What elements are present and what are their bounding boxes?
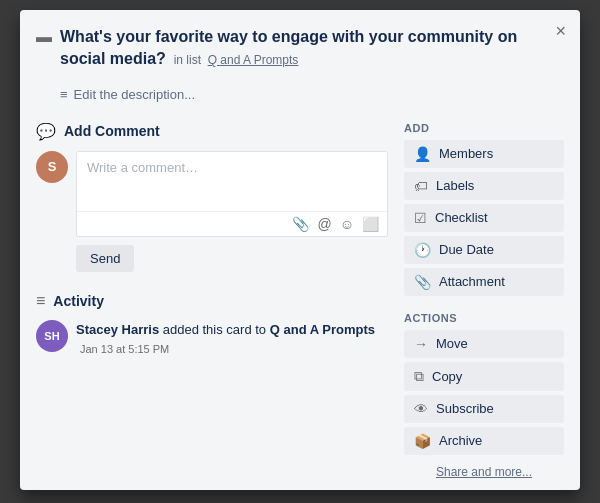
- activity-time: Jan 13 at 5:15 PM: [80, 343, 169, 355]
- comment-toolbar: 📎 @ ☺ ⬜: [77, 211, 387, 236]
- due-date-button[interactable]: 🕐 Due Date: [404, 236, 564, 264]
- comment-textarea[interactable]: [77, 152, 387, 208]
- actions-group: Actions → Move ⧉ Copy 👁 Subscribe 📦: [404, 312, 564, 479]
- left-column: 💬 Add Comment S 📎 @ ☺ ⬜: [36, 122, 388, 479]
- activity-action: added this card to: [163, 322, 266, 337]
- modal-header: ▬ What's your favorite way to engage wit…: [36, 26, 564, 71]
- comment-icon: 💬: [36, 122, 56, 141]
- activity-user-name: Stacey Harris: [76, 322, 159, 337]
- labels-icon: 🏷: [414, 178, 428, 194]
- members-icon: 👤: [414, 146, 431, 162]
- subscribe-label: Subscribe: [436, 401, 494, 416]
- activity-text: Stacey Harris added this card to Q and A…: [76, 320, 388, 359]
- comment-section: 💬 Add Comment S 📎 @ ☺ ⬜: [36, 122, 388, 272]
- due-date-icon: 🕐: [414, 242, 431, 258]
- move-icon: →: [414, 336, 428, 352]
- copy-icon: ⧉: [414, 368, 424, 385]
- image-toolbar-icon[interactable]: ⬜: [362, 216, 379, 232]
- activity-user-avatar: SH: [36, 320, 68, 352]
- checklist-button[interactable]: ☑ Checklist: [404, 204, 564, 232]
- activity-section-title: Activity: [53, 293, 104, 309]
- edit-description[interactable]: ≡ Edit the description...: [36, 83, 564, 106]
- subscribe-button[interactable]: 👁 Subscribe: [404, 395, 564, 423]
- share-link[interactable]: Share and more...: [404, 465, 564, 479]
- comment-section-title: Add Comment: [64, 123, 160, 139]
- send-button[interactable]: Send: [76, 245, 134, 272]
- checklist-label: Checklist: [435, 210, 488, 225]
- archive-icon: 📦: [414, 433, 431, 449]
- mention-toolbar-icon[interactable]: @: [317, 216, 331, 232]
- edit-icon: ≡: [60, 87, 68, 102]
- due-date-label: Due Date: [439, 242, 494, 257]
- archive-button[interactable]: 📦 Archive: [404, 427, 564, 455]
- comment-section-header: 💬 Add Comment: [36, 122, 388, 141]
- subscribe-icon: 👁: [414, 401, 428, 417]
- activity-target: Q and A Prompts: [270, 322, 375, 337]
- labels-label: Labels: [436, 178, 474, 193]
- archive-label: Archive: [439, 433, 482, 448]
- list-label: in list Q and A Prompts: [170, 53, 298, 67]
- checklist-icon: ☑: [414, 210, 427, 226]
- main-content: 💬 Add Comment S 📎 @ ☺ ⬜: [36, 122, 564, 479]
- add-group: Add 👤 Members 🏷 Labels ☑ Checklist �: [404, 122, 564, 296]
- copy-label: Copy: [432, 369, 462, 384]
- move-label: Move: [436, 336, 468, 351]
- comment-input-row: S 📎 @ ☺ ⬜: [36, 151, 388, 237]
- right-column: Add 👤 Members 🏷 Labels ☑ Checklist �: [404, 122, 564, 479]
- comment-box: 📎 @ ☺ ⬜: [76, 151, 388, 237]
- card-icon: ▬: [36, 28, 52, 46]
- attachment-button[interactable]: 📎 Attachment: [404, 268, 564, 296]
- move-button[interactable]: → Move: [404, 330, 564, 358]
- members-button[interactable]: 👤 Members: [404, 140, 564, 168]
- card-modal: × ▬ What's your favorite way to engage w…: [20, 10, 580, 490]
- activity-icon: ≡: [36, 292, 45, 310]
- emoji-toolbar-icon[interactable]: ☺: [340, 216, 354, 232]
- modal-overlay: × ▬ What's your favorite way to engage w…: [0, 0, 600, 503]
- activity-section-header: ≡ Activity: [36, 292, 388, 310]
- actions-group-title: Actions: [404, 312, 564, 324]
- copy-button[interactable]: ⧉ Copy: [404, 362, 564, 391]
- labels-button[interactable]: 🏷 Labels: [404, 172, 564, 200]
- members-label: Members: [439, 146, 493, 161]
- close-button[interactable]: ×: [551, 18, 570, 44]
- attachment-label: Attachment: [439, 274, 505, 289]
- attachment-toolbar-icon[interactable]: 📎: [292, 216, 309, 232]
- header-text: What's your favorite way to engage with …: [60, 26, 540, 71]
- add-group-title: Add: [404, 122, 564, 134]
- list-link[interactable]: Q and A Prompts: [208, 53, 299, 67]
- current-user-avatar: S: [36, 151, 68, 183]
- attachment-icon: 📎: [414, 274, 431, 290]
- card-title: What's your favorite way to engage with …: [60, 26, 540, 71]
- activity-item: SH Stacey Harris added this card to Q an…: [36, 320, 388, 359]
- activity-section: ≡ Activity SH Stacey Harris added this c…: [36, 292, 388, 359]
